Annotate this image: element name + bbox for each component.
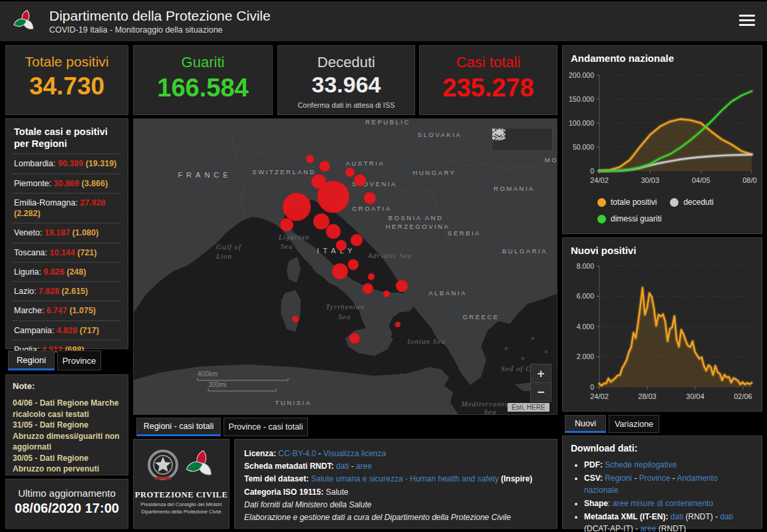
- svg-text:02/06: 02/06: [734, 392, 752, 400]
- region-row[interactable]: Piemonte: 30.869 (3.866): [13, 174, 121, 193]
- link[interactable]: Visualizza licenza: [323, 449, 386, 458]
- case-bubble[interactable]: [292, 316, 299, 323]
- region-total: 6.747: [47, 306, 67, 315]
- case-bubble[interactable]: [311, 174, 326, 189]
- region-positivi: (1.075): [67, 306, 96, 315]
- tab-regioni-casi-totali[interactable]: Regioni - casi totali: [136, 418, 221, 436]
- text-segment: Shape: [584, 499, 608, 508]
- legend-dot-icon: [597, 198, 606, 207]
- legend-item[interactable]: deceduti: [670, 198, 713, 207]
- note-line: 31/05 - Dati Regione Abruzzo dimessi/gua…: [13, 420, 121, 453]
- region-positivi: (2.615): [59, 287, 88, 296]
- tricolor-logo-icon: [183, 448, 218, 479]
- map-label: SLOVAKIA: [418, 131, 462, 138]
- link[interactable]: Salute umana e sicurezza - Human health …: [311, 474, 498, 483]
- link[interactable]: aree: [640, 524, 656, 532]
- region-name: Emilia-Romagna:: [14, 198, 80, 207]
- case-bubble[interactable]: [306, 155, 314, 163]
- org-name: PROTEZIONE CIVILE: [134, 490, 229, 500]
- link[interactable]: Regioni: [605, 473, 632, 483]
- tab-nuovi[interactable]: Nuovi: [565, 415, 606, 433]
- legend-item[interactable]: totale positivi: [597, 198, 657, 207]
- case-bubble[interactable]: [351, 234, 363, 246]
- case-bubble[interactable]: [313, 213, 329, 229]
- text-segment: :: [608, 499, 613, 508]
- zoom-in-button[interactable]: +: [531, 364, 551, 383]
- region-row[interactable]: Lombardia: 90.389 (19.319): [13, 154, 121, 173]
- case-bubble[interactable]: [396, 280, 408, 292]
- case-bubble[interactable]: [348, 259, 359, 270]
- case-bubble[interactable]: [336, 240, 347, 251]
- case-bubble[interactable]: [368, 273, 375, 280]
- text-line: Licenza: CC-BY-4.0 - Visualizza licenza: [244, 448, 547, 460]
- map-label: Mediterranean: [461, 400, 514, 408]
- link[interactable]: dati: [336, 462, 349, 471]
- region-total: 10.144: [50, 248, 75, 257]
- text-line: CSV: Regioni - Province - Andamento nazi…: [584, 472, 754, 496]
- region-positivi: (19.319): [83, 159, 116, 168]
- card-label: Deceduti: [278, 54, 414, 71]
- case-bubble[interactable]: [363, 283, 373, 294]
- last-update-panel: Ultimo aggiornamento 08/06/2020 17:00: [5, 479, 128, 529]
- text-line: Categoria ISO 19115: Salute: [244, 486, 547, 499]
- notes-title: Note:: [13, 381, 121, 391]
- tab-province[interactable]: Province: [57, 350, 101, 370]
- case-bubble[interactable]: [332, 263, 348, 279]
- link[interactable]: Schede riepilogative: [605, 460, 677, 469]
- region-row[interactable]: Lazio: 7.828 (2.615): [13, 281, 121, 301]
- notes-panel[interactable]: Note: 04/06 - Dati Regione Marche ricalc…: [5, 374, 128, 475]
- tab-variazione[interactable]: Variazione: [609, 415, 659, 433]
- map-label: Tyrrhenian: [326, 303, 365, 311]
- case-bubble[interactable]: [280, 218, 293, 231]
- notes-lines: 04/06 - Dati Regione Marche ricalcolo ca…: [13, 398, 121, 475]
- case-bubble[interactable]: [319, 161, 330, 172]
- tab-regioni[interactable]: Regioni: [8, 350, 55, 370]
- andamento-legend: totale positividecedutidimessi guariti: [597, 198, 754, 223]
- case-bubble[interactable]: [283, 193, 311, 221]
- text-segment: Salute: [326, 487, 349, 497]
- text-line: Shape: aree misure di contenimento: [584, 497, 754, 509]
- case-bubble[interactable]: [354, 174, 366, 186]
- region-row[interactable]: Liguria: 9.826 (248): [13, 262, 121, 281]
- map-label: FRANCE: [178, 171, 231, 179]
- map-label: MO: [545, 156, 557, 164]
- case-bubble[interactable]: [326, 224, 341, 239]
- legend-item[interactable]: dimessi guariti: [597, 214, 662, 223]
- case-bubble[interactable]: [349, 333, 360, 344]
- svg-text:0: 0: [590, 167, 594, 175]
- andamento-chart: 050.000100.000150.000200.00024/0230/0304…: [569, 71, 757, 187]
- svg-text:04/05: 04/05: [692, 176, 710, 184]
- region-row[interactable]: Marche: 6.747 (1.075): [13, 301, 121, 320]
- card-value: 235.278: [420, 74, 557, 102]
- svg-text:8.000: 8.000: [577, 262, 594, 270]
- tab-province-casi-totali[interactable]: Province - casi totali: [224, 418, 308, 436]
- link[interactable]: CC-BY-4.0: [278, 449, 316, 458]
- text-segment: -: [316, 449, 323, 458]
- basemap-icon[interactable]: [492, 128, 504, 140]
- region-name: Liguria:: [14, 267, 43, 277]
- case-bubble[interactable]: [383, 291, 390, 297]
- case-bubble[interactable]: [345, 168, 355, 177]
- region-row[interactable]: Veneto: 19.187 (1.080): [13, 223, 121, 242]
- link[interactable]: dati: [671, 512, 683, 521]
- region-row[interactable]: Emilia-Romagna: 27.928 (2.282): [13, 193, 121, 223]
- italy-map[interactable]: REPUBLICSLOVAKIAMOFRANCESWITZERLANDAUSTR…: [133, 118, 557, 415]
- svg-text:0: 0: [590, 383, 594, 391]
- region-row[interactable]: Toscana: 10.144 (721): [13, 243, 121, 262]
- case-bubble[interactable]: [364, 192, 376, 204]
- region-total: 27.928: [80, 198, 105, 207]
- region-row[interactable]: Campania: 4.828 (717): [13, 321, 121, 340]
- text-segment: (RNDT): [656, 524, 686, 532]
- menu-icon[interactable]: [739, 15, 755, 29]
- zoom-out-button[interactable]: −: [531, 383, 551, 401]
- region-positivi: (717): [77, 326, 99, 335]
- link[interactable]: dati: [720, 512, 732, 521]
- card-label: Totale positivi: [6, 54, 128, 70]
- region-positivi: (1.080): [70, 228, 98, 237]
- case-bubble[interactable]: [395, 322, 400, 327]
- link[interactable]: aree misure di contenimento: [613, 499, 713, 508]
- link[interactable]: aree: [356, 462, 372, 471]
- link[interactable]: Province: [639, 473, 671, 483]
- region-total: 90.389: [58, 159, 83, 168]
- text-segment: (Inspire): [499, 474, 533, 483]
